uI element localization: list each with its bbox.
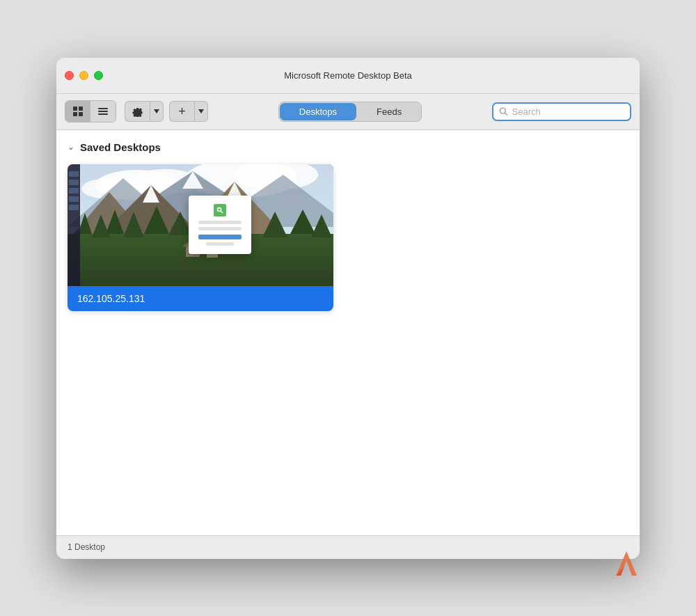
- section-title: Saved Desktops: [80, 141, 161, 153]
- maximize-button[interactable]: [94, 71, 103, 80]
- settings-dropdown-button[interactable]: [150, 101, 164, 122]
- titlebar: Microsoft Remote Desktop Beta: [56, 58, 640, 94]
- search-box: [492, 102, 631, 121]
- search-icon: [499, 106, 508, 116]
- add-group: +: [169, 101, 208, 122]
- svg-rect-4: [98, 108, 108, 109]
- login-dialog: [189, 196, 251, 254]
- svg-rect-5: [98, 111, 108, 112]
- traffic-lights: [65, 71, 103, 80]
- view-toggle-group: [65, 100, 116, 123]
- statusbar: 1 Desktop: [56, 535, 640, 559]
- section-header: ⌄ Saved Desktops: [68, 141, 628, 153]
- app-window: Microsoft Remote Desktop Beta: [56, 58, 640, 559]
- svg-rect-3: [79, 112, 83, 116]
- grid-view-button[interactable]: [65, 101, 90, 122]
- svg-point-45: [218, 208, 221, 212]
- svg-rect-43: [69, 196, 79, 202]
- svg-line-46: [221, 211, 223, 213]
- svg-rect-6: [98, 113, 108, 115]
- search-input[interactable]: [512, 106, 624, 117]
- desktop-name: 162.105.25.131: [68, 286, 333, 311]
- svg-rect-2: [73, 112, 77, 116]
- gear-icon: [132, 106, 143, 117]
- desktops-grid: 162.105.25.131: [68, 164, 628, 311]
- svg-rect-0: [73, 106, 77, 111]
- svg-marker-47: [616, 551, 637, 576]
- svg-rect-44: [69, 205, 79, 210]
- desktop-thumbnail: [68, 164, 333, 286]
- svg-rect-40: [69, 171, 79, 177]
- grid-icon: [72, 106, 84, 117]
- status-text: 1 Desktop: [68, 542, 105, 552]
- settings-group: [125, 101, 164, 122]
- collapse-chevron-icon[interactable]: ⌄: [68, 142, 74, 152]
- svg-rect-1: [79, 106, 83, 111]
- settings-button[interactable]: [125, 101, 150, 122]
- list-view-button[interactable]: [90, 101, 116, 122]
- svg-rect-41: [69, 180, 79, 185]
- add-dropdown-button[interactable]: [194, 101, 208, 122]
- tab-segment-control: Desktops Feeds: [278, 102, 422, 122]
- desktop-card[interactable]: 162.105.25.131: [68, 164, 333, 311]
- minimize-button[interactable]: [79, 71, 88, 80]
- svg-line-8: [505, 113, 507, 115]
- list-icon: [97, 106, 109, 117]
- content-area: ⌄ Saved Desktops: [56, 130, 640, 535]
- azure-logo: [606, 548, 640, 583]
- chevron-down-icon-2: [198, 109, 204, 113]
- window-title: Microsoft Remote Desktop Beta: [284, 70, 412, 81]
- key-icon: [216, 207, 223, 214]
- tab-feeds[interactable]: Feeds: [357, 102, 421, 121]
- close-button[interactable]: [65, 71, 74, 80]
- chevron-down-icon: [154, 109, 159, 113]
- toolbar: + Desktops Feeds: [56, 94, 640, 130]
- add-button[interactable]: +: [169, 101, 194, 122]
- tab-desktops[interactable]: Desktops: [280, 103, 356, 120]
- svg-rect-42: [69, 188, 79, 194]
